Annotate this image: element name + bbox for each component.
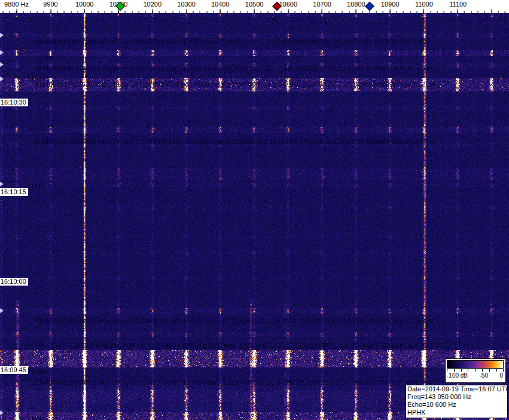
- info-date: Date=2014-09-19 Time=16:07 UTC: [407, 385, 507, 393]
- axis-label: 10000: [75, 1, 94, 8]
- detection-text: 20140919160936680 hCnt36 nb-65 f10400 hi…: [34, 379, 431, 386]
- color-scale-labels: -100 dB -50 0: [447, 372, 503, 379]
- edge-mark-icon: [0, 182, 4, 186]
- color-scale-gradient: [447, 360, 504, 369]
- info-box: Date=2014-09-19 Time=16:07 UTC Freq=143 …: [406, 385, 508, 418]
- color-scale-ticks: [447, 369, 504, 372]
- detection-caret-label: ^ t+15: [27, 182, 45, 189]
- color-scale: -100 dB -50 0: [445, 358, 506, 383]
- frequency-axis: 9800 Hz 9900 10000 10100 10200 10300 104…: [0, 0, 509, 13]
- time-label: 16:10:15: [0, 188, 28, 196]
- axis-label: 10700: [313, 1, 331, 8]
- detection-caret-label: ^ t+44: [27, 368, 45, 375]
- edge-mark-icon: [0, 62, 4, 67]
- scale-label-max: 0: [499, 372, 503, 379]
- edge-mark-icon: [0, 308, 4, 313]
- axis-label: 10600: [279, 1, 298, 8]
- axis-label: 11100: [449, 1, 467, 8]
- detection-text: 20140919161037380 hCnt42 nb-74 f10301 hi…: [34, 38, 430, 45]
- time-label: 16:10:00: [0, 278, 28, 286]
- edge-mark-icon: [0, 410, 4, 415]
- time-label: 16:10:30: [0, 99, 28, 106]
- spectrogram-app: { "axis": { "labels": [ {"text": "9800 H…: [0, 0, 509, 420]
- scale-label-mid: -50: [480, 372, 488, 379]
- detection-text: 20140919160948976 hCnt38 nb-77 f10450 hi…: [34, 317, 434, 324]
- detection-caret-label: ^ t+36: [27, 416, 45, 420]
- axis-label: 10400: [211, 1, 230, 8]
- edge-mark-icon: [0, 50, 4, 55]
- axis-label: 10300: [177, 1, 196, 8]
- info-freq: Freq=143 050 000 Hz: [407, 393, 507, 401]
- edge-mark-icon: [0, 33, 4, 38]
- detection-caret-label: ^ t+48: [27, 341, 45, 348]
- axis-label: 11000: [415, 1, 433, 8]
- detection-text: 20140919161015880 hCnt39 nb-77 f10499 hi…: [34, 138, 436, 145]
- detection-text: 20140919160944680 hCnt37 nb-72 f10400 hi…: [50, 342, 447, 349]
- detection-text: 20140919161025380 hCnt40 nb-74 f10700 hi…: [34, 81, 440, 88]
- detection-caret-label: ^ t+25: [27, 125, 45, 132]
- axis-label: 10200: [144, 1, 162, 8]
- info-callsign: HPHK: [407, 409, 507, 416]
- time-label: 16:09:45: [0, 366, 28, 374]
- axis-ticks-major: [0, 9, 509, 13]
- spectrogram-canvas[interactable]: [0, 13, 509, 420]
- axis-label: 9800 Hz: [4, 1, 29, 8]
- edge-mark-icon: [0, 76, 4, 81]
- detection-text: 20140919161033580 hCnt41 nb-73 f10800 hi…: [34, 65, 434, 72]
- axis-label: 9900: [43, 1, 57, 8]
- info-echo: Echo=10 600 Hz: [407, 401, 507, 409]
- axis-label: 10900: [381, 1, 400, 8]
- axis-label: 10500: [245, 1, 264, 8]
- axis-label: 10800: [347, 1, 365, 8]
- detection-caret-label: ^ t+37: [34, 55, 52, 62]
- scale-label-min: -100 dB: [447, 372, 468, 379]
